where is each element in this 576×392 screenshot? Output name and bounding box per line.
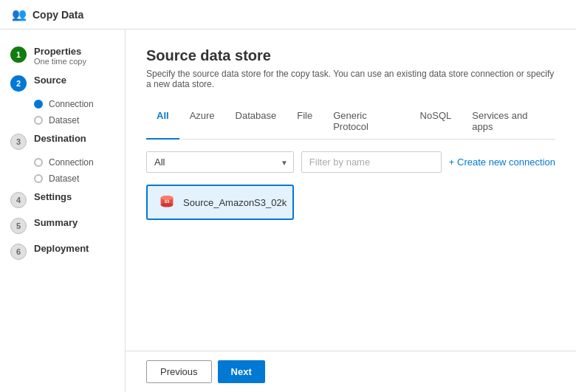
step-5-label: Summary	[34, 217, 78, 228]
previous-button[interactable]: Previous	[146, 360, 212, 383]
source-connection-label: Connection	[49, 99, 94, 109]
step-4-label: Settings	[34, 191, 72, 202]
connection-card-name: Source_AmazonS3_02k	[183, 197, 287, 208]
source-dataset-dot	[34, 116, 43, 125]
sidebar-item-properties[interactable]: 1 Properties One time copy	[0, 41, 125, 70]
main-content: Source data store Specify the source dat…	[126, 30, 576, 392]
filter-row: All Azure Amazon Google Generic ▼ + Crea…	[146, 151, 555, 173]
source-subitems: Connection Dataset	[0, 96, 125, 128]
step-circle-3: 3	[10, 134, 27, 150]
type-filter-select[interactable]: All Azure Amazon Google Generic	[146, 151, 294, 173]
page-description: Specify the source data store for the co…	[146, 69, 555, 89]
destination-dataset-dot	[34, 174, 43, 183]
page-title: Source data store	[146, 47, 555, 64]
destination-connection-label: Connection	[49, 157, 94, 168]
step-1-sub: One time copy	[34, 57, 86, 66]
create-new-connection-button[interactable]: + Create new connection	[449, 157, 555, 168]
step-1-label: Properties	[34, 46, 86, 57]
step-circle-2: 2	[10, 75, 27, 92]
tab-database[interactable]: Database	[225, 104, 287, 140]
step-circle-4: 4	[10, 192, 27, 208]
step-circle-6: 6	[10, 244, 27, 260]
connection-card-amazons3[interactable]: S3 Source_AmazonS3_02k	[146, 185, 294, 220]
app-title: Copy Data	[32, 9, 83, 21]
tab-nosql[interactable]: NoSQL	[410, 104, 462, 140]
sidebar-item-summary[interactable]: 5 Summary	[0, 213, 125, 238]
destination-dataset-label: Dataset	[49, 173, 79, 184]
filter-by-name-input[interactable]	[301, 151, 442, 173]
svg-text:S3: S3	[165, 199, 170, 204]
destination-dataset-subitem[interactable]: Dataset	[34, 171, 125, 187]
tab-generic-protocol[interactable]: Generic Protocol	[323, 104, 409, 140]
tab-azure[interactable]: Azure	[179, 104, 225, 140]
sidebar: 1 Properties One time copy 2 Source Conn…	[0, 30, 126, 392]
destination-subitems: Connection Dataset	[0, 154, 125, 187]
source-dataset-label: Dataset	[49, 115, 79, 125]
sidebar-item-source[interactable]: 2 Source	[0, 70, 125, 96]
aws-s3-icon: S3	[158, 193, 176, 211]
step-3-label: Destination	[34, 133, 86, 144]
step-2-label: Source	[34, 75, 66, 86]
footer: Previous Next	[126, 351, 576, 392]
destination-connection-dot	[34, 158, 43, 167]
tab-file[interactable]: File	[287, 104, 323, 140]
copy-data-icon: 👥	[12, 7, 27, 21]
destination-connection-subitem[interactable]: Connection	[34, 154, 125, 171]
source-connection-subitem[interactable]: Connection	[34, 96, 125, 112]
step-6-label: Deployment	[34, 243, 89, 254]
source-connection-dot	[34, 100, 43, 109]
sidebar-item-deployment[interactable]: 6 Deployment	[0, 238, 125, 264]
tab-all[interactable]: All	[146, 104, 179, 140]
tab-services-and-apps[interactable]: Services and apps	[462, 104, 555, 140]
type-filter-wrapper: All Azure Amazon Google Generic ▼	[146, 151, 294, 173]
step-circle-1: 1	[10, 47, 27, 63]
tab-bar: All Azure Database File Generic Protocol…	[146, 104, 555, 140]
sidebar-item-destination[interactable]: 3 Destination	[0, 128, 125, 154]
source-dataset-subitem[interactable]: Dataset	[34, 112, 125, 128]
sidebar-item-settings[interactable]: 4 Settings	[0, 187, 125, 213]
next-button[interactable]: Next	[218, 360, 265, 383]
step-circle-5: 5	[10, 218, 27, 234]
